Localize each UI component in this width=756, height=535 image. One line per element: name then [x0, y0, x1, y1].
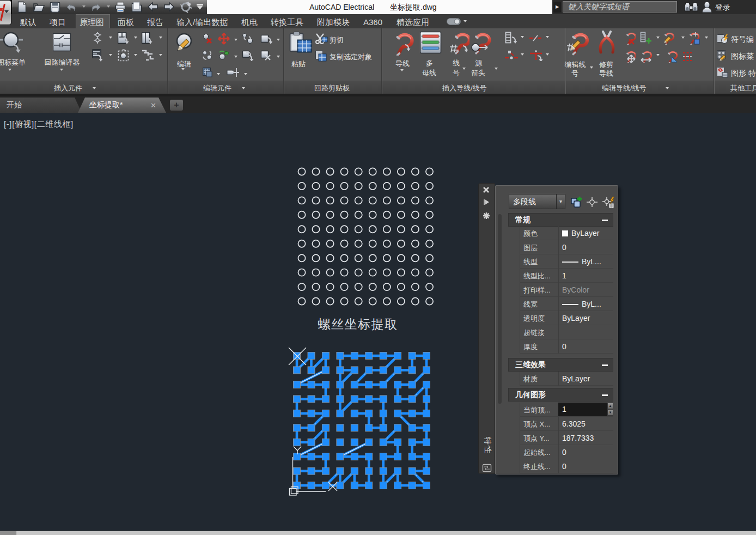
- svg-text:螺丝坐标提取: 螺丝坐标提取: [318, 317, 398, 331]
- svg-text:[-][俯视][二维线框]: [-][俯视][二维线框]: [4, 119, 74, 129]
